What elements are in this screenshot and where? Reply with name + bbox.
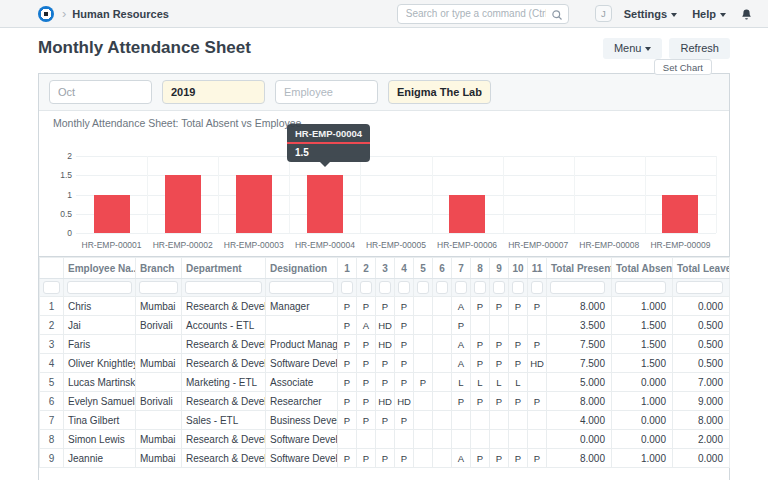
column-header-branch[interactable]: Branch [136, 258, 182, 279]
cell-total-present: 5.000 [547, 373, 612, 392]
avatar[interactable]: J [595, 5, 612, 22]
cell-branch: Mumbai [136, 449, 182, 468]
chart-bar-hr-emp-00001[interactable] [94, 195, 130, 234]
cell-total-absent: 1.500 [612, 335, 673, 354]
cell-department: Research & Develop... [182, 335, 266, 354]
table-filter-row [40, 279, 730, 297]
chart-bar-hr-emp-00006[interactable] [449, 195, 485, 234]
filter-cell [414, 279, 433, 297]
filter-bar [39, 74, 729, 111]
chart-bar-hr-emp-00004[interactable] [307, 175, 343, 233]
column-header-day-11[interactable]: 11 [528, 258, 547, 279]
column-header-total-leaves[interactable]: Total Leaves [673, 258, 730, 279]
column-header-department[interactable]: Department [182, 258, 266, 279]
column-filter-input[interactable] [139, 281, 178, 294]
column-filter-input[interactable] [269, 281, 334, 294]
column-filter-input[interactable] [455, 281, 467, 294]
chart-bar-hr-emp-00002[interactable] [165, 175, 201, 233]
cell-branch: Mumbai [136, 297, 182, 316]
column-filter-input[interactable] [493, 281, 505, 294]
column-header-day-7[interactable]: 7 [452, 258, 471, 279]
cell-day-status [452, 411, 471, 430]
cell-department: Research & Develop... [182, 297, 266, 316]
settings-menu[interactable]: Settings [624, 8, 677, 20]
cell-department: Research & Develop... [182, 449, 266, 468]
app-logo-icon[interactable] [38, 6, 54, 22]
column-filter-input[interactable] [436, 281, 448, 294]
cell-day-status: P [357, 411, 376, 430]
cell-day-status [509, 411, 528, 430]
column-header-day-10[interactable]: 10 [509, 258, 528, 279]
column-header-day-9[interactable]: 9 [490, 258, 509, 279]
column-filter-input[interactable] [676, 281, 723, 294]
employee-filter-input[interactable] [275, 80, 378, 104]
cell-branch [136, 335, 182, 354]
column-filter-input[interactable] [512, 281, 524, 294]
notifications-bell-icon[interactable] [741, 8, 752, 20]
column-filter-input[interactable] [67, 281, 132, 294]
report-table-section: Employee Na...BranchDepartmentDesignatio… [39, 257, 729, 468]
refresh-button[interactable]: Refresh [669, 38, 730, 59]
column-filter-input[interactable] [398, 281, 410, 294]
column-filter-input[interactable] [550, 281, 605, 294]
cell-branch [136, 411, 182, 430]
filter-cell [490, 279, 509, 297]
table-row: 2JaiBorivaliAccounts - ETLPAHDPP3.5001.5… [40, 316, 730, 335]
column-header-designation[interactable]: Designation [266, 258, 338, 279]
year-filter-input[interactable] [162, 80, 265, 104]
column-header-employee-name[interactable]: Employee Na... [64, 258, 136, 279]
chart-title: Monthly Attendance Sheet: Total Absent v… [53, 117, 301, 129]
column-header-day-5[interactable]: 5 [414, 258, 433, 279]
cell-day-status [357, 430, 376, 449]
breadcrumb[interactable]: Human Resources [72, 8, 169, 20]
cell-day-status [414, 297, 433, 316]
cell-day-status: HD [376, 316, 395, 335]
cell-designation: Product Manager [266, 335, 338, 354]
cell-total-leaves: 0.500 [673, 354, 730, 373]
cell-day-status [433, 316, 452, 335]
column-filter-input[interactable] [379, 281, 391, 294]
column-header-total-absent[interactable]: Total Absent [612, 258, 673, 279]
cell-employee-name: Jai [64, 316, 136, 335]
table-row: 5Lucas MartinskyMarketing - ETLAssociate… [40, 373, 730, 392]
column-header-day-1[interactable]: 1 [338, 258, 357, 279]
month-filter-input[interactable] [49, 80, 152, 104]
chart-x-label: HR-EMP-00003 [218, 240, 289, 250]
help-menu[interactable]: Help [692, 8, 726, 20]
cell-designation: Software Develo... [266, 430, 338, 449]
column-filter-input[interactable] [615, 281, 666, 294]
column-filter-input[interactable] [474, 281, 486, 294]
cell-day-status: P [509, 297, 528, 316]
column-filter-input[interactable] [185, 281, 262, 294]
column-header-day-6[interactable]: 6 [433, 258, 452, 279]
column-filter-input[interactable] [531, 281, 543, 294]
column-filter-input[interactable] [360, 281, 372, 294]
column-header-day-8[interactable]: 8 [471, 258, 490, 279]
column-header-total-present[interactable]: Total Present [547, 258, 612, 279]
column-header-day-2[interactable]: 2 [357, 258, 376, 279]
company-filter-input[interactable] [388, 80, 491, 104]
column-header-day-3[interactable]: 3 [376, 258, 395, 279]
column-filter-input[interactable] [43, 281, 60, 294]
cell-total-present: 0.000 [547, 430, 612, 449]
cell-day-status: P [471, 335, 490, 354]
chart-y-tick: 0.5 [46, 209, 72, 219]
column-filter-input[interactable] [417, 281, 429, 294]
filter-cell [136, 279, 182, 297]
filter-cell [673, 279, 730, 297]
chart-gridline-v [574, 156, 575, 233]
cell-day-status: P [395, 297, 414, 316]
cell-department: Research & Develop... [182, 354, 266, 373]
menu-button[interactable]: Menu [603, 38, 663, 59]
set-chart-button[interactable]: Set Chart [654, 59, 712, 75]
column-header-sl[interactable] [40, 258, 64, 279]
cell-day-status [528, 411, 547, 430]
chart-bar-hr-emp-00009[interactable] [662, 195, 698, 234]
filter-cell [182, 279, 266, 297]
cell-branch: Borivali [136, 316, 182, 335]
search-input[interactable] [397, 4, 569, 24]
chart-bar-hr-emp-00003[interactable] [236, 175, 272, 233]
column-header-day-4[interactable]: 4 [395, 258, 414, 279]
column-filter-input[interactable] [341, 281, 353, 294]
table-row: 8Simon LewisMumbaiResearch & Develop...S… [40, 430, 730, 449]
